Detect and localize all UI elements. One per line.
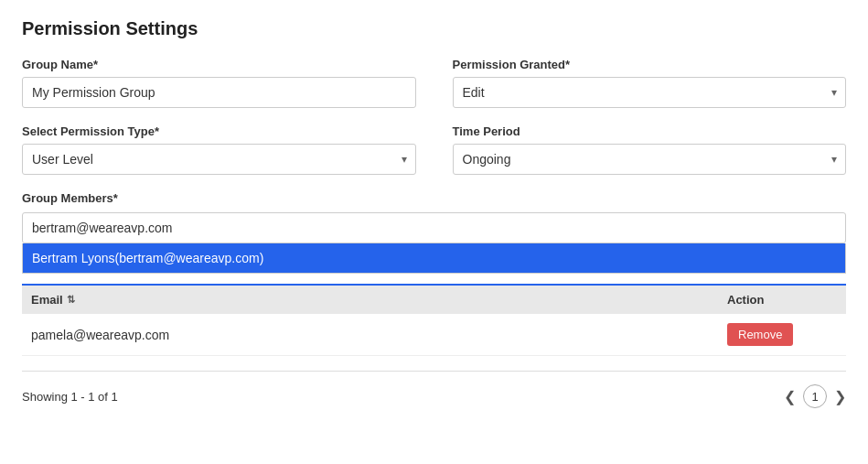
showing-text: Showing 1 - 1 of 1 xyxy=(22,390,118,404)
time-period-group: Time Period Ongoing Fixed ▾ xyxy=(453,124,847,175)
table-row: pamela@weareavp.com Remove xyxy=(22,314,846,356)
next-page-large-button[interactable]: ❯ xyxy=(834,388,846,405)
form-row-2: Select Permission Type* User Level Group… xyxy=(22,124,846,175)
row-email: pamela@weareavp.com xyxy=(31,328,727,342)
autocomplete-dropdown: Bertram Lyons(bertram@weareavp.com) xyxy=(22,243,846,274)
group-members-label: Group Members* xyxy=(22,191,846,205)
time-period-label: Time Period xyxy=(453,124,847,138)
group-members-section: Group Members* Bertram Lyons(bertram@wea… xyxy=(22,191,846,408)
time-period-select-wrapper: Ongoing Fixed ▾ xyxy=(453,144,847,175)
group-name-input[interactable] xyxy=(22,77,416,108)
form-row-1: Group Name* Permission Granted* Edit Vie… xyxy=(22,58,846,108)
remove-button[interactable]: Remove xyxy=(727,323,793,346)
group-name-group: Group Name* xyxy=(22,58,416,108)
sort-icon[interactable]: ⇅ xyxy=(67,294,75,306)
col-action-header: Action xyxy=(727,293,837,307)
page-title: Permission Settings xyxy=(22,18,846,39)
permission-granted-group: Permission Granted* Edit View Admin ▾ xyxy=(453,58,847,108)
row-action: Remove xyxy=(727,323,837,346)
autocomplete-container: Bertram Lyons(bertram@weareavp.com) xyxy=(22,212,846,243)
permission-type-select[interactable]: User Level Group Level xyxy=(22,144,416,175)
table-pagination-large: ❮ 1 ❯ xyxy=(784,384,846,408)
permission-granted-select[interactable]: Edit View Admin xyxy=(453,77,847,108)
permission-type-group: Select Permission Type* User Level Group… xyxy=(22,124,416,175)
col-email-label: Email xyxy=(31,293,63,307)
permission-type-select-wrapper: User Level Group Level ▾ xyxy=(22,144,416,175)
permission-type-label: Select Permission Type* xyxy=(22,124,416,138)
member-search-input[interactable] xyxy=(22,212,846,243)
autocomplete-option-bertram[interactable]: Bertram Lyons(bertram@weareavp.com) xyxy=(23,243,845,273)
permission-granted-label: Permission Granted* xyxy=(453,58,847,71)
table-header: Email ⇅ Action xyxy=(22,284,846,314)
page-number-large: 1 xyxy=(803,384,827,408)
prev-page-large-button[interactable]: ❮ xyxy=(784,388,796,405)
permission-granted-select-wrapper: Edit View Admin ▾ xyxy=(453,77,847,108)
table-divider xyxy=(22,371,846,372)
group-name-label: Group Name* xyxy=(22,58,416,71)
table-footer: Showing 1 - 1 of 1 ❮ 1 ❯ xyxy=(22,375,846,408)
time-period-select[interactable]: Ongoing Fixed xyxy=(453,144,847,175)
col-email-header: Email ⇅ xyxy=(31,293,727,307)
